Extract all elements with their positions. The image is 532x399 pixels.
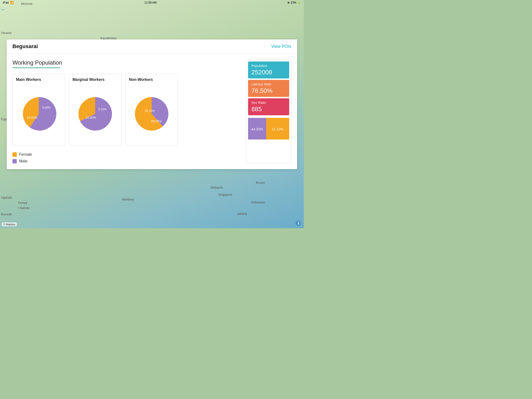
section-title: Working Population [13, 59, 241, 66]
marginal-workers-title: Marginal Workers [72, 77, 105, 82]
main-workers-pie-wrapper: 33.50% 6.00% [16, 86, 62, 142]
map-label-nairobi: • Nairobi [18, 206, 29, 210]
legend-female: Female [13, 152, 241, 157]
stat-chart-value1: 44.30% [251, 127, 263, 131]
non-workers-pie-wrapper: 55.70% 89.00% [129, 86, 174, 142]
stat-chart-card: 44.30% 11.10% [248, 117, 289, 141]
main-workers-male-label: 33.50% [27, 116, 38, 119]
map-label-uganda: Uganda [1, 196, 12, 199]
literacy-value: 76.50% [251, 87, 286, 95]
marginal-workers-male-label: 10.80% [86, 116, 96, 119]
literacy-card: Literacy Rate 76.50% [248, 80, 289, 97]
map-label-singapore: Singapore [218, 193, 232, 196]
right-sidebar: Population 252008 Literacy Rate 76.50% S… [246, 59, 291, 163]
main-workers-title: Main Workers [16, 77, 41, 82]
map-label-kenya: Kenya [18, 201, 27, 204]
marginal-workers-pie: 10.80% 5.10% [76, 95, 114, 133]
legend: Female Male [13, 152, 241, 163]
status-bar: iPad 📶 11:59 AM ⊕ 15% 🔋 [0, 0, 304, 5]
non-workers-female-label: 89.00% [151, 119, 162, 123]
panel-header: Begusarai View POIs [7, 39, 297, 54]
map-label-brunei: Brunei [256, 181, 265, 184]
status-bar-left: iPad 📶 [3, 1, 14, 4]
population-card: Population 252008 [248, 62, 289, 78]
non-workers-title: Non-Workers [129, 77, 153, 82]
legend-female-label: Female [19, 152, 32, 157]
legend-male: Male [13, 159, 241, 163]
main-workers-card: Main Workers [13, 74, 65, 146]
map-label-maldives: Maldives [122, 198, 134, 201]
legend-male-color [13, 159, 17, 163]
section-underline [13, 67, 60, 68]
map-label-malaysia: Malaysia [210, 186, 223, 189]
charts-row: Main Workers [13, 74, 241, 146]
map-label-ukraine: Ukraine [1, 31, 12, 35]
legend-male-label: Male [19, 159, 27, 163]
stat-chart-value2: 11.10% [272, 127, 284, 131]
view-pois-button[interactable]: View POIs [271, 44, 291, 49]
sex-ratio-label: Sex Ratio [251, 101, 286, 105]
panel-body: Working Population Main Workers [7, 54, 297, 169]
population-label: Population [251, 64, 286, 68]
mapbox-attribution: © Mapbox [2, 222, 17, 226]
marginal-workers-card: Marginal Workers [69, 74, 121, 146]
main-workers-pie: 33.50% 6.00% [20, 95, 58, 133]
sex-ratio-card: Sex Ratio 885 [248, 98, 289, 115]
stat-mini-chart: 44.30% 11.10% [248, 117, 289, 141]
wifi-icon: 📶 [10, 1, 14, 4]
literacy-label: Literacy Rate [251, 82, 286, 86]
non-workers-male-label: 55.70% [145, 109, 155, 113]
device-label: iPad [3, 1, 9, 4]
bluetooth-icon: ⊕ [287, 1, 290, 4]
legend-female-color [13, 152, 17, 157]
marginal-workers-pie-wrapper: 10.80% 5.10% [72, 86, 118, 142]
back-button[interactable]: ← [1, 7, 6, 12]
map-label-burundi: Burundi [1, 212, 12, 216]
sex-ratio-value: 885 [251, 106, 286, 113]
status-bar-time: 11:59 AM [145, 1, 157, 4]
info-button[interactable]: ℹ [296, 221, 301, 226]
map-label-indonesia: Indonesia [251, 200, 265, 204]
map-label-jakarta: Jakarta [237, 212, 247, 215]
main-panel: Begusarai View POIs Working Population M… [7, 39, 297, 169]
left-content: Working Population Main Workers [13, 59, 241, 163]
panel-title: Begusarai [13, 43, 38, 50]
battery-label: 15% [291, 1, 296, 4]
mapbox-label: © Mapbox [2, 222, 17, 226]
marginal-workers-female-label: 5.10% [98, 108, 107, 111]
non-workers-card: Non-Workers 55.70% [125, 74, 178, 146]
main-workers-female-label: 6.00% [42, 106, 51, 109]
battery-icon: 🔋 [297, 1, 301, 4]
non-workers-pie: 55.70% 89.00% [133, 95, 171, 133]
status-bar-right: ⊕ 15% 🔋 [287, 1, 301, 4]
population-value: 252008 [251, 69, 286, 76]
